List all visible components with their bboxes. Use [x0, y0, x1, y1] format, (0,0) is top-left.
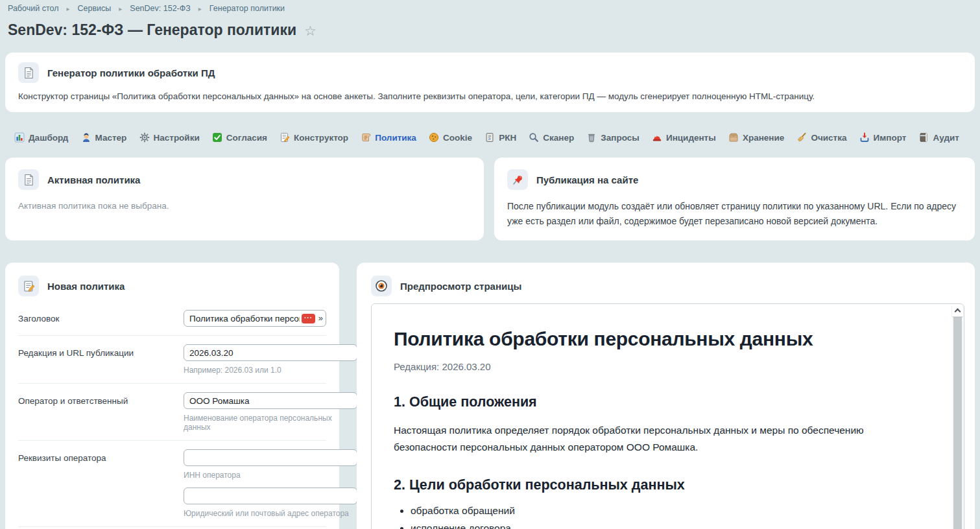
tab-label: Хранение: [743, 133, 784, 143]
field-row-requisites: Реквизиты оператора ИНН оператора Юридич…: [18, 441, 326, 527]
tab-consents[interactable]: Согласия: [212, 132, 267, 143]
doc-title: Политика обработки персональных данных: [394, 328, 912, 350]
inn-input[interactable]: [184, 449, 357, 466]
tab-label: Сканер: [543, 133, 574, 143]
scroll-icon: [361, 132, 371, 143]
tab-storage[interactable]: Хранение: [728, 132, 784, 143]
active-policy-message: Активная политика пока не выбрана.: [18, 201, 471, 211]
field-hint: Например: 2026.03 или 1.0: [184, 366, 357, 375]
tab-import[interactable]: Импорт: [859, 132, 907, 143]
tab-incidents[interactable]: Инциденты: [652, 132, 716, 143]
doc-revision: Редакция: 2026.03.20: [394, 361, 912, 372]
publish-card: Публикация на сайте После публикации мод…: [494, 158, 975, 241]
operator-input[interactable]: [184, 392, 357, 409]
tab-label: Дашборд: [29, 133, 68, 143]
publish-description: После публикации модуль создаёт или обно…: [507, 199, 961, 229]
tab-label: Запросы: [601, 133, 639, 143]
breadcrumb-arrow-icon: ▸: [66, 5, 69, 12]
tab-label: Инциденты: [666, 133, 716, 143]
publish-title: Публикация на сайте: [536, 174, 638, 185]
field-label: Заголовок: [18, 310, 184, 323]
broom-icon: [796, 132, 807, 143]
chart-icon: [14, 132, 25, 143]
clipped-text: »: [318, 313, 323, 323]
form-title: Новая политика: [47, 281, 125, 292]
document-icon: [18, 62, 39, 83]
breadcrumb-item-current[interactable]: Генератор политики: [209, 4, 285, 13]
address-input[interactable]: [184, 488, 357, 504]
tab-label: Мастер: [95, 133, 127, 143]
tab-audit[interactable]: Аудит: [918, 132, 959, 143]
tab-settings[interactable]: Настройки: [139, 132, 200, 143]
tab-rkn[interactable]: РКН: [484, 132, 516, 143]
intro-description: Конструктор страницы «Политика обработки…: [18, 91, 962, 101]
field-label: Редакция и URL публикации: [18, 344, 184, 358]
breadcrumb-item-desktop[interactable]: Рабочий стол: [8, 4, 58, 13]
cookie-icon: [429, 132, 439, 143]
tab-cleanup[interactable]: Очистка: [796, 132, 846, 143]
pushpin-icon: [507, 169, 528, 190]
preview-card: Предпросмотр страницы Политика обработки…: [357, 263, 975, 529]
tab-requests[interactable]: Запросы: [586, 132, 639, 143]
doc-purpose-item: исполнение договора: [411, 523, 912, 529]
page-title: SenDev: 152-ФЗ — Генератор политики: [8, 21, 296, 39]
breadcrumb-arrow-icon: ▸: [119, 5, 122, 12]
bin-icon: [586, 132, 597, 143]
active-policy-title: Активная политика: [47, 174, 140, 185]
tab-dashboard[interactable]: Дашборд: [14, 132, 68, 143]
tab-policy[interactable]: Политика: [361, 132, 416, 143]
magnifier-icon: [529, 132, 539, 143]
field-hint: Юридический или почтовый адрес оператора: [184, 509, 357, 518]
intro-card: Генератор политики обработки ПД Конструк…: [5, 53, 975, 112]
eye-icon: [371, 276, 392, 296]
field-label: Оператор и ответственный: [18, 392, 184, 406]
tab-label: Очистка: [811, 133, 846, 143]
tab-label: РКН: [499, 133, 516, 143]
wizard-icon: [81, 132, 91, 143]
preview-document: Политика обработки персональных данных Р…: [371, 303, 964, 529]
tab-constructor[interactable]: Конструктор: [280, 132, 348, 143]
document-icon: [18, 169, 39, 190]
box-icon: [728, 132, 739, 143]
favorite-star-icon[interactable]: ☆: [304, 24, 317, 38]
tab-scanner[interactable]: Сканер: [529, 132, 574, 143]
doc-section1-heading: 1. Общие положения: [394, 394, 912, 410]
book-icon: [918, 132, 929, 143]
tab-label: Аудит: [933, 133, 959, 143]
breadcrumb: Рабочий стол ▸ Сервисы ▸ SenDev: 152-ФЗ …: [0, 0, 980, 13]
check-icon: [212, 132, 222, 143]
tab-label: Cookie: [443, 133, 472, 143]
field-row-title: Заголовок ··· »: [18, 301, 326, 336]
doc-section2-heading: 2. Цели обработки персональных данных: [394, 477, 912, 493]
gear-icon: [139, 132, 150, 143]
doc-purpose-item: обработка обращений: [411, 505, 912, 517]
tab-cookie[interactable]: Cookie: [429, 132, 472, 143]
breadcrumb-arrow-icon: ▸: [198, 5, 202, 12]
doc-section1-text: Настоящая политика определяет порядок об…: [394, 422, 900, 455]
field-row-revision: Редакция и URL публикации Например: 2026…: [18, 336, 326, 384]
new-policy-card: Новая политика Заголовок ··· » Редакция …: [5, 263, 339, 529]
field-hint: ИНН оператора: [184, 471, 357, 480]
breadcrumb-item-module[interactable]: SenDev: 152-ФЗ: [130, 4, 191, 13]
revision-input[interactable]: [184, 344, 357, 361]
field-hint: Наименование оператора персональных данн…: [184, 414, 357, 432]
intro-title: Генератор политики обработки ПД: [47, 67, 215, 78]
preview-scrollbar[interactable]: [952, 305, 963, 529]
scroll-up-button[interactable]: [952, 305, 963, 316]
clipboard-icon: [484, 132, 495, 143]
field-label: Реквизиты оператора: [18, 449, 184, 463]
import-icon: [859, 132, 870, 143]
tab-label: Настройки: [154, 133, 200, 143]
field-row-operator: Оператор и ответственный Наименование оп…: [18, 384, 326, 441]
tab-master[interactable]: Мастер: [81, 132, 127, 143]
doc-purposes-list: обработка обращений исполнение договора: [394, 505, 912, 529]
spellcheck-badge-icon[interactable]: ···: [302, 314, 315, 323]
breadcrumb-item-services[interactable]: Сервисы: [78, 4, 112, 13]
chevron-up-icon: [955, 309, 961, 315]
memo-icon: [280, 132, 290, 143]
tab-label: Импорт: [874, 133, 907, 143]
tab-label: Конструктор: [294, 133, 348, 143]
scrollbar-thumb[interactable]: [953, 317, 962, 529]
tab-label: Согласия: [226, 133, 267, 143]
preview-title: Предпросмотр страницы: [400, 281, 521, 292]
